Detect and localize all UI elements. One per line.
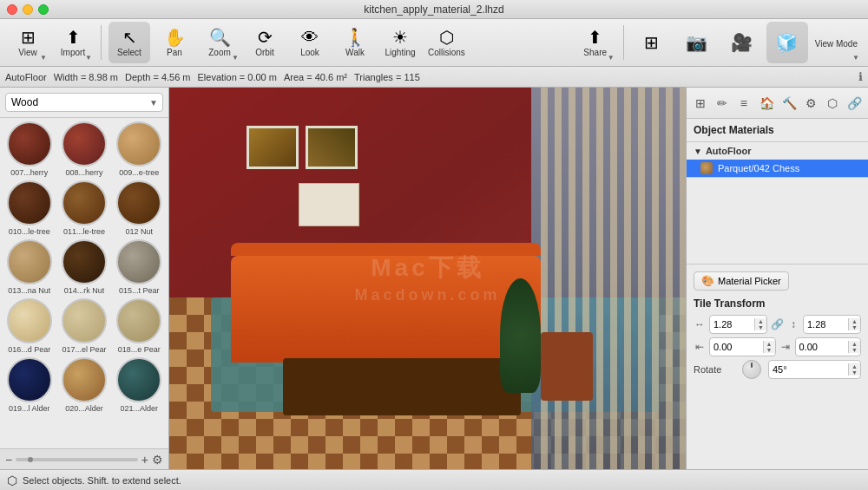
import-tool[interactable]: ⬆ Import ▼ — [52, 22, 94, 63]
list-item[interactable]: 011...le-tree — [58, 180, 109, 236]
list-item[interactable]: 017...el Pear — [58, 298, 109, 354]
list-item[interactable]: 008...herry — [58, 121, 109, 177]
view-mode-icon-3[interactable]: 🎥 — [721, 22, 763, 63]
picker-icon: 🎨 — [701, 275, 714, 287]
view-mode-icon-4[interactable]: 🧊 — [766, 22, 808, 63]
close-button[interactable] — [7, 4, 17, 15]
pan-tool[interactable]: ✋ Pan — [154, 22, 195, 63]
zoom-out-button[interactable]: − — [5, 453, 12, 467]
rt-icon-2[interactable]: ✏ — [712, 91, 732, 115]
list-item[interactable]: 012 Nut — [114, 180, 165, 236]
rotate-step-down[interactable]: ▼ — [849, 369, 860, 376]
rt-icon-8[interactable]: 🔗 — [845, 91, 865, 115]
zoom-in-button[interactable]: + — [141, 453, 148, 467]
rt-icon-3[interactable]: ≡ — [733, 91, 753, 115]
material-search-area: ▼ — [0, 88, 168, 118]
elevation-info: Elevation = 0.00 m — [198, 72, 277, 82]
list-item[interactable]: 007...herry — [3, 121, 55, 177]
collisions-tool[interactable]: ⬡ Collisions — [424, 22, 469, 63]
material-search-input[interactable] — [5, 93, 163, 112]
walk-tool[interactable]: 🚶 Walk — [334, 22, 376, 63]
rt-icon-7[interactable]: ⬡ — [823, 91, 843, 115]
material-label: 010...le-tree — [9, 227, 50, 236]
list-item[interactable]: 019...l Alder — [3, 357, 55, 413]
minimize-button[interactable] — [23, 4, 33, 15]
material-swatch — [116, 298, 161, 343]
floor-label: AutoFloor — [5, 72, 47, 82]
object-materials-title: Object Materials — [694, 124, 774, 136]
offset-y-input[interactable] — [796, 342, 849, 352]
rt-icon-6[interactable]: ⚙ — [801, 91, 821, 115]
list-item[interactable]: 009...e-tree — [114, 121, 165, 177]
width-info: Width = 8.98 m — [54, 72, 118, 82]
share-tool[interactable]: ⬆ Share ▼ — [575, 22, 616, 63]
view-icon: ⊞ — [21, 29, 36, 46]
autofloor-section: ▼ AutoFloor Parquet/042 Chess — [687, 142, 868, 178]
viewport[interactable]: Mac下载 Macdown.com — [169, 88, 686, 469]
offset-y-down[interactable]: ▼ — [849, 347, 860, 353]
autofloor-header[interactable]: ▼ AutoFloor — [687, 142, 868, 160]
view-mode-icon-1[interactable]: ⊞ — [631, 22, 673, 63]
list-item[interactable]: 020...Alder — [58, 357, 109, 413]
material-swatch — [7, 357, 52, 402]
scene-couch-back — [231, 243, 541, 256]
rotate-step-up[interactable]: ▲ — [849, 363, 860, 369]
material-label: 014...rk Nut — [64, 286, 105, 295]
zoom-tool[interactable]: 🔍 Zoom ▼ — [199, 22, 240, 63]
width-input-wrap: ▲ ▼ — [709, 315, 767, 334]
orbit-tool[interactable]: ⟳ Orbit — [244, 22, 286, 63]
status-message: Select objects. Shift. to extend select. — [23, 475, 181, 486]
search-dropdown-arrow[interactable]: ▼ — [149, 98, 158, 108]
material-picker-button[interactable]: 🎨 Material Picker — [694, 271, 789, 291]
import-icon: ⬆ — [66, 29, 81, 46]
view-tool[interactable]: ⊞ View ▼ — [7, 22, 49, 63]
view-mode-icon-2[interactable]: 📷 — [676, 22, 718, 63]
zoom-label: Zoom — [208, 48, 231, 57]
height-step-up[interactable]: ▲ — [849, 318, 860, 324]
list-item[interactable]: 010...le-tree — [3, 180, 55, 236]
tile-transform-label: Tile Transform — [694, 297, 861, 310]
lighting-tool[interactable]: ☀ Lighting — [379, 22, 421, 63]
right-top-toolbar: ⊞ ✏ ≡ 🏠 🔨 ⚙ ⬡ 🔗 — [687, 88, 868, 119]
rt-icon-1[interactable]: ⊞ — [690, 91, 710, 115]
list-item[interactable]: 021...Alder — [114, 357, 165, 413]
offset-x-up[interactable]: ▲ — [764, 341, 775, 347]
share-label: Share — [583, 48, 607, 57]
height-step-down[interactable]: ▼ — [849, 324, 860, 330]
rotate-dial[interactable] — [742, 360, 761, 379]
scene-couch — [231, 256, 541, 363]
list-item[interactable]: 016...d Pear — [3, 298, 55, 354]
look-tool[interactable]: 👁 Look — [289, 22, 331, 63]
offset-y-up[interactable]: ▲ — [849, 341, 860, 347]
walk-icon: 🚶 — [345, 29, 366, 46]
info-icon: ℹ — [858, 70, 863, 83]
list-item[interactable]: 015...t Pear — [114, 239, 165, 295]
material-label: 007...herry — [10, 168, 48, 177]
view-mode-tool[interactable]: View Mode ▼ — [812, 22, 861, 63]
offset-x-input[interactable] — [710, 342, 763, 352]
list-item[interactable]: 013...na Nut — [3, 239, 55, 295]
height-stepper: ▲ ▼ — [848, 318, 860, 330]
material-list-item-parquet[interactable]: Parquet/042 Chess — [687, 160, 868, 177]
pan-label: Pan — [167, 48, 182, 57]
scene-painting-2 — [306, 126, 358, 169]
width-input[interactable] — [710, 319, 754, 330]
rotate-input[interactable] — [769, 364, 848, 375]
list-item[interactable]: 014...rk Nut — [58, 239, 109, 295]
material-label: 021...Alder — [121, 404, 159, 413]
maximize-button[interactable] — [38, 4, 49, 15]
height-icon: ↕ — [787, 318, 799, 330]
offset-x-down[interactable]: ▼ — [764, 347, 775, 353]
material-swatch — [7, 121, 52, 167]
select-tool[interactable]: ↖ Select — [108, 22, 150, 63]
settings-button[interactable]: ⚙ — [152, 453, 163, 467]
rt-icon-4[interactable]: 🏠 — [757, 91, 777, 115]
list-item[interactable]: 018...e Pear — [114, 298, 165, 354]
vm-icon-2: 📷 — [686, 34, 707, 51]
height-input[interactable] — [804, 319, 848, 330]
width-step-down[interactable]: ▼ — [755, 324, 766, 330]
view-label: View — [18, 48, 37, 57]
width-step-up[interactable]: ▲ — [755, 318, 766, 324]
scene-chair — [541, 332, 593, 401]
rt-icon-5[interactable]: 🔨 — [779, 91, 799, 115]
